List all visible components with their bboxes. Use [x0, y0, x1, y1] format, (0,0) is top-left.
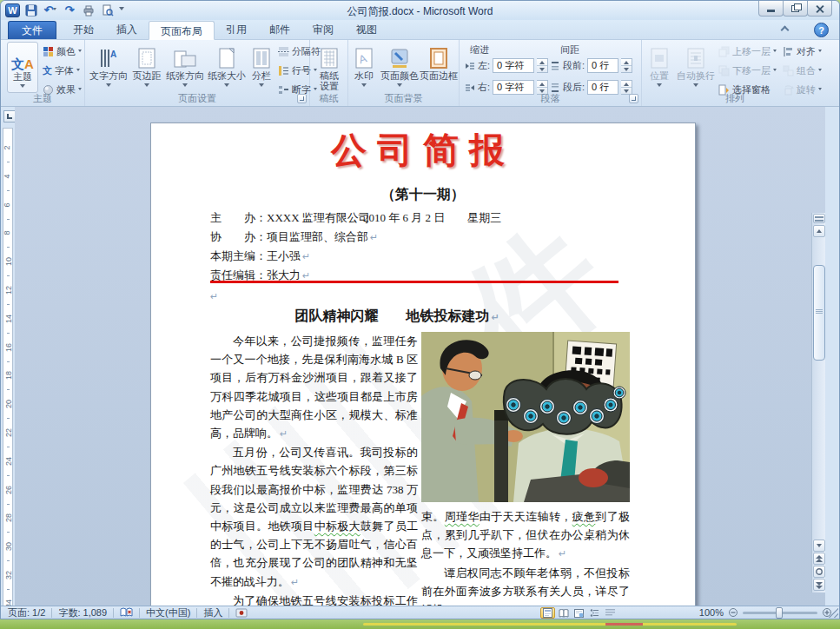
spacing-after-icon [550, 83, 560, 93]
macro-record-icon[interactable] [235, 608, 248, 618]
pilcrow-mark: ↵ [210, 291, 218, 302]
tab-view[interactable]: 视图 [345, 20, 388, 39]
indent-right-icon [465, 83, 475, 93]
theme-fonts-button[interactable]: 文 字体 [43, 63, 80, 79]
print-layout-view-icon[interactable] [540, 607, 555, 619]
theme-colors-icon [43, 46, 54, 57]
fullscreen-reading-view-icon[interactable] [556, 607, 571, 619]
page-color-icon [380, 44, 420, 69]
scroll-down-icon[interactable] [813, 540, 825, 552]
scrollbar-thumb[interactable] [813, 265, 825, 361]
split-view-button[interactable] [813, 214, 825, 223]
vertical-ruler[interactable]: 246810121416182022242628303234 [3, 128, 13, 607]
zoom-level[interactable]: 100% [699, 607, 724, 618]
red-divider-line [210, 281, 618, 283]
pilcrow-mark: ↵ [559, 548, 566, 559]
zoom-slider-thumb[interactable] [776, 607, 783, 619]
size-button[interactable]: 纸张大小 [207, 42, 247, 91]
themes-button[interactable]: 文A 主题 [7, 42, 38, 93]
article-headline: 团队精神闪耀 地铁投标建功↵ [151, 308, 643, 326]
tab-insert[interactable]: 插入 [105, 20, 149, 39]
window-title: 公司简报.docx - Microsoft Word [1, 4, 839, 19]
ruler-number: 18 [4, 371, 13, 380]
margins-button[interactable]: 页边距 [130, 42, 163, 91]
previous-page-icon[interactable] [813, 553, 825, 565]
line-numbers-icon [278, 65, 289, 76]
tab-review[interactable]: 审阅 [301, 20, 345, 39]
page-color-button[interactable]: 页面颜色 [380, 42, 420, 91]
outline-view-icon[interactable] [587, 607, 602, 619]
spellcheck-icon[interactable] [120, 607, 133, 618]
page-borders-icon [420, 44, 458, 69]
send-backward-button[interactable]: 下移一层 [718, 63, 777, 79]
draft-view-icon[interactable] [603, 607, 618, 619]
tab-file[interactable]: 文件 [8, 21, 56, 39]
margins-icon [130, 44, 163, 69]
tab-references[interactable]: 引用 [215, 20, 258, 39]
indent-section-label: 缩进 [470, 43, 489, 56]
ruler-number: 28 [4, 513, 13, 522]
chief-editor-line: 本期主编：王小强↵ [210, 248, 310, 264]
next-page-icon[interactable] [813, 579, 825, 591]
position-button[interactable]: 位置 [645, 42, 673, 91]
window-controls [759, 1, 832, 17]
spacing-before-stepper[interactable] [621, 58, 632, 73]
insert-mode-indicator[interactable]: 插入 [203, 606, 222, 619]
ruler-number: 4 [3, 174, 11, 178]
tab-mailings[interactable]: 邮件 [258, 20, 301, 39]
ruler-number: 10 [4, 257, 13, 266]
align-button[interactable]: 对齐 [783, 43, 822, 60]
resize-grip[interactable] [828, 607, 838, 618]
breaks-icon [278, 46, 289, 57]
zoom-slider[interactable] [743, 612, 817, 614]
paragraph: 束。周瑾华由于天天连轴转，疲惫到了极点，累到几乎趴下，但伏在办公桌稍为休息一下，… [421, 507, 630, 564]
page-indicator[interactable]: 页面: 1/2 [8, 606, 45, 619]
spacing-before-icon [550, 61, 560, 71]
pilcrow-mark: ↵ [291, 577, 299, 588]
document-page[interactable]: 件 公司简报 （第十一期） 主 办：XXXX 监理有限公司 2010 年 6 月… [150, 122, 696, 606]
organizer-line: 主 办：XXXX 监理有限公司 2010 年 6 月 2 日 星期三 [210, 210, 370, 226]
zoom-out-icon[interactable] [728, 607, 738, 618]
desktop-background [0, 619, 840, 629]
right-text-column[interactable]: 束。周瑾华由于天天连轴转，疲惫到了极点，累到几乎趴下，但伏在办公桌稍为休息一下，… [421, 332, 630, 606]
tab-home[interactable]: 开始 [62, 20, 105, 39]
eye-exam-clipart[interactable] [421, 332, 630, 502]
columns-button[interactable]: 分栏 [248, 42, 274, 91]
collapse-ribbon-icon[interactable] [779, 25, 790, 33]
document-area: 件 公司简报 （第十一期） 主 办：XXXX 监理有限公司 2010 年 6 月… [15, 107, 825, 606]
ruler-number: 12 [4, 286, 13, 295]
pilcrow-mark: ↵ [280, 428, 288, 440]
theme-colors-button[interactable]: 颜色 [43, 43, 82, 60]
word-count[interactable]: 字数: 1,089 [58, 606, 107, 619]
wrap-text-icon [675, 44, 717, 69]
manuscript-setup-button[interactable]: 稿纸 设置 [313, 42, 346, 91]
newsletter-title: 公司简报 [151, 127, 695, 175]
paragraph: 为了确保地铁五号线安装标投标工作的质量和进度，确保我们的标书具有极强的竞争力，争… [210, 592, 418, 606]
page-borders-button[interactable]: 页面边框 [420, 42, 458, 81]
minimize-button[interactable] [758, 1, 784, 17]
bring-forward-button[interactable]: 上移一层 [718, 43, 777, 60]
help-icon[interactable]: ? [814, 23, 829, 37]
left-text-column[interactable]: 今年以来，公司捷报频传，监理任务一个又一个地接，先是保利南海水城 B 区项目，后… [210, 332, 418, 606]
vertical-scrollbar[interactable] [811, 213, 825, 593]
indent-left-input[interactable]: 0 字符 [493, 58, 534, 73]
orientation-button[interactable]: 纸张方向 [165, 42, 205, 91]
language-indicator[interactable]: 中文(中国) [146, 606, 190, 619]
paragraph: 今年以来，公司捷报频传，监理任务一个又一个地接，先是保利南海水城 B 区项目，后… [210, 332, 418, 443]
title-bar[interactable]: W ↶ ↷ 公司简报.docx - Microsoft Word [1, 1, 839, 20]
group-objects-button[interactable]: 组合 [783, 63, 822, 79]
tab-page-layout[interactable]: 页面布局 [149, 21, 215, 40]
spacing-before-input[interactable]: 0 行 [587, 58, 618, 73]
select-browse-object-icon[interactable] [813, 566, 825, 578]
web-layout-view-icon[interactable] [572, 607, 586, 619]
watermark-button[interactable]: A 水印 [350, 42, 378, 91]
orientation-icon [165, 44, 205, 69]
restore-button[interactable] [783, 1, 808, 17]
scroll-up-icon[interactable] [813, 225, 825, 237]
ruler-number: 8 [3, 231, 11, 235]
text-direction-button[interactable]: A 文字方向 [89, 42, 129, 91]
wrap-text-button[interactable]: 自动换行 [675, 42, 717, 91]
close-button[interactable] [807, 1, 832, 17]
indent-left-stepper[interactable] [537, 58, 548, 73]
align-icon [783, 46, 794, 57]
